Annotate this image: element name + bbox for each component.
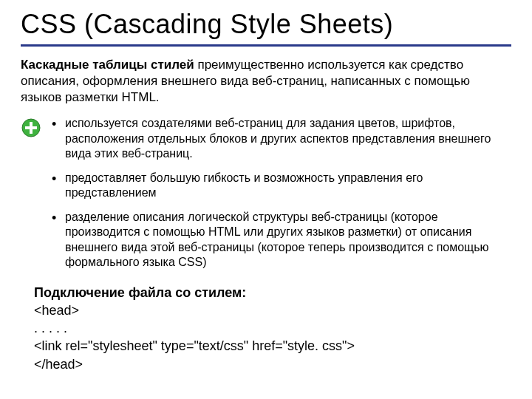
list-item: используется создателями веб-страниц для… (49, 116, 511, 161)
connect-block: Подключение файла со стилем: <head> . . … (34, 284, 511, 373)
connect-line: . . . . . (34, 319, 511, 337)
connect-line: <head> (34, 301, 511, 319)
connect-header: Подключение файла со стилем: (34, 284, 511, 301)
intro-bold: Каскадные таблицы стилей (21, 58, 194, 72)
bullet-list: используется создателями веб-страниц для… (49, 116, 511, 279)
svg-rect-2 (25, 126, 37, 129)
list-item: предоставляет большую гибкость и возможн… (49, 171, 511, 201)
connect-line: <link rel="stylesheet" type="text/css" h… (34, 337, 511, 355)
page-title: CSS (Cascading Style Sheets) (21, 9, 511, 40)
intro-paragraph: Каскадные таблицы стилей преимущественно… (21, 57, 511, 106)
plus-icon (21, 117, 41, 138)
list-item: разделение описания логической структуры… (49, 210, 511, 270)
title-underline (21, 44, 511, 47)
connect-line: </head> (34, 355, 511, 373)
content-row: используется создателями веб-страниц для… (21, 116, 511, 279)
